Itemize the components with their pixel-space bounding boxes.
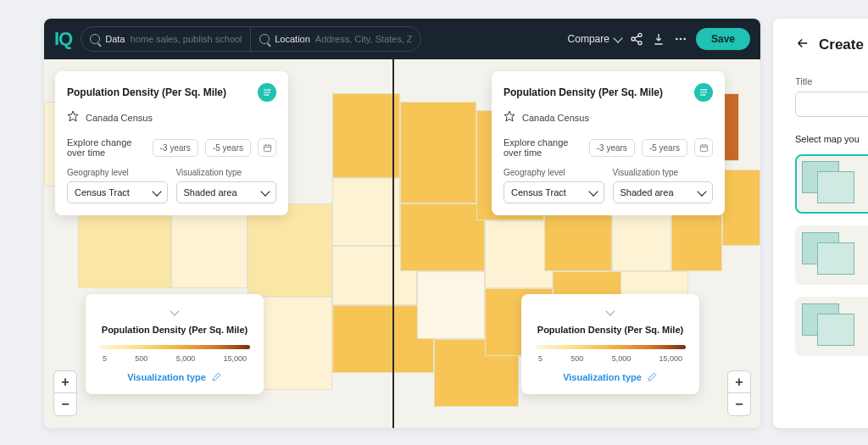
edit-icon bbox=[647, 371, 658, 382]
year-chip-5[interactable]: -5 years bbox=[642, 139, 687, 157]
geography-value: Census Tract bbox=[511, 187, 566, 197]
explore-label: Explore change over time bbox=[504, 137, 582, 158]
collapse-chevron[interactable] bbox=[99, 303, 250, 318]
compare-dropdown[interactable]: Compare bbox=[568, 33, 621, 45]
drawer-title: Create r bbox=[819, 36, 868, 53]
svg-point-9 bbox=[267, 94, 269, 96]
svg-point-1 bbox=[632, 37, 635, 41]
svg-point-5 bbox=[676, 38, 678, 41]
svg-line-3 bbox=[635, 36, 639, 38]
year-chip-3[interactable]: -3 years bbox=[589, 139, 635, 157]
calendar-icon[interactable] bbox=[694, 138, 713, 157]
zoom-control-left: + − bbox=[53, 370, 77, 416]
viz-select[interactable]: Shaded area bbox=[613, 181, 714, 203]
svg-line-4 bbox=[635, 40, 639, 42]
tick: 5,000 bbox=[176, 354, 196, 363]
svg-point-8 bbox=[269, 89, 270, 91]
zoom-out-button[interactable]: − bbox=[728, 393, 750, 415]
svg-point-2 bbox=[638, 42, 642, 45]
visualization-type-link[interactable]: Visualization type bbox=[99, 371, 250, 382]
geography-select[interactable]: Census Tract bbox=[67, 181, 168, 203]
svg-point-15 bbox=[705, 89, 707, 91]
legend-title: Population Density (Per Sq. Mile) bbox=[535, 325, 686, 335]
calendar-icon[interactable] bbox=[258, 138, 276, 157]
collapse-chevron[interactable] bbox=[535, 303, 686, 318]
topbar: IQ Data home sales, publish school Locat… bbox=[44, 19, 760, 59]
chevron-down-icon bbox=[697, 186, 706, 196]
search-group: Data home sales, publish school Location… bbox=[81, 26, 421, 52]
select-map-label: Select map you bbox=[795, 134, 868, 144]
zoom-out-button[interactable]: − bbox=[54, 393, 76, 415]
zoom-in-button[interactable]: + bbox=[54, 371, 76, 393]
location-search[interactable]: Location Address, City, States, Zip bbox=[251, 27, 420, 51]
svg-rect-18 bbox=[700, 145, 707, 151]
star-icon[interactable] bbox=[504, 110, 515, 125]
more-icon[interactable] bbox=[674, 32, 687, 46]
svg-rect-11 bbox=[264, 145, 270, 151]
download-icon[interactable] bbox=[652, 32, 665, 46]
visualization-type-link[interactable]: Visualization type bbox=[535, 371, 686, 382]
tick: 500 bbox=[135, 354, 147, 363]
chevron-down-icon bbox=[613, 33, 622, 42]
share-icon[interactable] bbox=[630, 32, 643, 46]
svg-marker-10 bbox=[68, 111, 78, 121]
save-button[interactable]: Save bbox=[696, 28, 750, 50]
color-scale bbox=[535, 345, 686, 349]
geography-label: Geography level bbox=[504, 168, 604, 177]
geography-select[interactable]: Census Tract bbox=[504, 181, 604, 203]
data-search[interactable]: Data home sales, publish school bbox=[81, 27, 251, 51]
main-app-window: IQ Data home sales, publish school Locat… bbox=[44, 19, 760, 428]
zoom-in-button[interactable]: + bbox=[728, 371, 750, 393]
viz-link-label: Visualization type bbox=[563, 372, 642, 382]
chevron-down-icon bbox=[152, 186, 161, 196]
map-thumbnail-2[interactable] bbox=[795, 225, 868, 285]
logo: IQ bbox=[54, 28, 72, 50]
svg-marker-17 bbox=[504, 111, 515, 121]
tick: 5 bbox=[103, 354, 107, 363]
compare-divider[interactable] bbox=[392, 59, 394, 428]
year-chip-5[interactable]: -5 years bbox=[205, 139, 251, 157]
svg-point-16 bbox=[704, 94, 705, 96]
panel-title: Population Density (Per Sq. Mile) bbox=[67, 86, 226, 98]
tick: 15,000 bbox=[659, 354, 682, 363]
layer-panel-right: Population Density (Per Sq. Mile) Canada… bbox=[492, 71, 725, 215]
title-input[interactable] bbox=[795, 92, 868, 117]
scale-ticks: 5 500 5,000 15,000 bbox=[99, 354, 250, 363]
tick: 15,000 bbox=[223, 354, 247, 363]
viz-label: Visualization type bbox=[176, 168, 277, 177]
legend-panel-right: Population Density (Per Sq. Mile) 5 500 … bbox=[521, 294, 699, 394]
location-search-label: Location bbox=[275, 34, 310, 44]
panel-source: Canada Census bbox=[86, 113, 153, 123]
star-icon[interactable] bbox=[67, 110, 79, 125]
layer-settings-button[interactable] bbox=[694, 83, 713, 102]
title-field-label: Title bbox=[795, 76, 868, 86]
back-arrow-icon[interactable] bbox=[795, 36, 810, 54]
map-thumbnail-3[interactable] bbox=[795, 297, 868, 356]
search-icon bbox=[259, 34, 270, 44]
tick: 5,000 bbox=[612, 354, 632, 363]
panel-source: Canada Census bbox=[522, 113, 589, 123]
chevron-down-icon bbox=[260, 186, 270, 196]
map-thumbnail-1[interactable] bbox=[795, 154, 868, 214]
chevron-down-icon bbox=[588, 186, 598, 196]
zoom-control-right: + − bbox=[727, 370, 751, 416]
legend-panel-left: Population Density (Per Sq. Mile) 5 500 … bbox=[86, 294, 264, 394]
layer-settings-button[interactable] bbox=[258, 83, 276, 102]
panel-title: Population Density (Per Sq. Mile) bbox=[504, 86, 663, 98]
location-search-placeholder: Address, City, States, Zip bbox=[315, 34, 412, 44]
explore-label: Explore change over time bbox=[67, 137, 146, 158]
chevron-down-icon bbox=[170, 306, 179, 315]
svg-point-6 bbox=[680, 38, 682, 41]
data-search-label: Data bbox=[105, 34, 125, 44]
create-drawer: Create r Title Select map you bbox=[773, 19, 868, 428]
geography-value: Census Tract bbox=[75, 187, 130, 197]
viz-value: Shaded area bbox=[184, 187, 237, 197]
tick: 500 bbox=[570, 354, 583, 363]
search-icon bbox=[90, 34, 100, 44]
year-chip-3[interactable]: -3 years bbox=[153, 139, 198, 157]
map-area[interactable]: Population Density (Per Sq. Mile) Canada… bbox=[44, 59, 760, 428]
viz-value: Shaded area bbox=[620, 187, 674, 197]
scale-ticks: 5 500 5,000 15,000 bbox=[535, 354, 686, 363]
color-scale bbox=[99, 345, 250, 349]
viz-select[interactable]: Shaded area bbox=[176, 181, 277, 203]
